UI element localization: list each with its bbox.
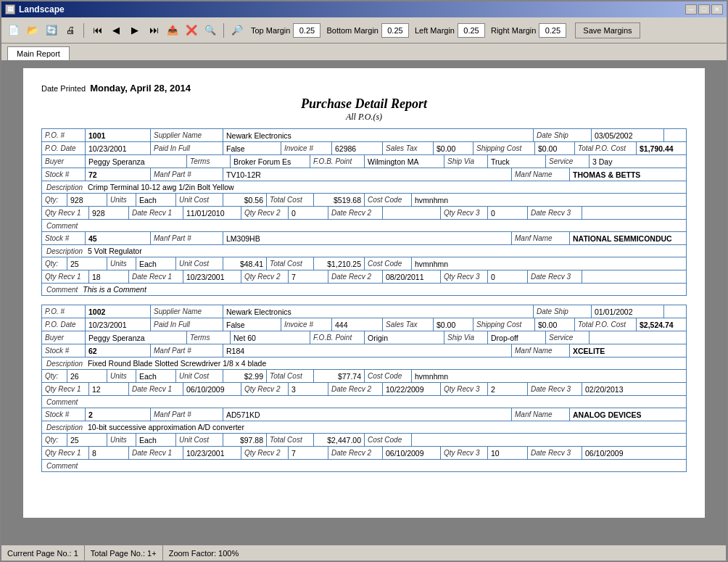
invoice-val-1: 62986 — [332, 142, 383, 154]
service-val-1: 3 Day — [590, 155, 686, 168]
po-row-header-2: P.O. # 1002 Supplier Name Newark Electro… — [42, 305, 686, 318]
export-button[interactable]: 📤 — [165, 22, 181, 38]
separator-2 — [223, 23, 224, 38]
print-button[interactable]: 🖨 — [62, 22, 78, 38]
report-title: Purchase Detail Report — [41, 96, 687, 112]
manfpart-val-1-1: TV10-12R — [223, 168, 512, 181]
po-row-3-2: Buyer Peggy Speranza Terms Net 60 F.O.B.… — [42, 331, 686, 344]
prev-button[interactable]: ◀ — [108, 22, 124, 38]
report-area[interactable]: Date Printed Monday, April 28, 2014 Purc… — [1, 61, 727, 545]
service-label-1: Service — [546, 155, 590, 168]
comment-row-1-2: Comment This is a Comment — [42, 284, 686, 295]
top-margin-label: Top Margin — [251, 26, 290, 35]
podate-val-1: 10/23/2001 — [86, 142, 151, 154]
shipcost-label-1: Shipping Cost — [473, 142, 535, 154]
bottom-margin-input[interactable] — [381, 23, 409, 38]
separator-1 — [83, 23, 84, 38]
salestax-val-1: $0.00 — [434, 142, 473, 154]
report-page: Date Printed Monday, April 28, 2014 Purc… — [23, 68, 705, 518]
invoice-label-1: Invoice # — [281, 142, 332, 154]
cancel-button[interactable]: ❌ — [183, 22, 199, 38]
left-margin-group: Left Margin — [415, 23, 485, 38]
qty-row-2-1: Qty: 26 Units Each Unit Cost $2.99 Total… — [42, 370, 686, 383]
bottom-margin-group: Bottom Margin — [326, 23, 409, 38]
desc-val-1-1: Crimp Terminal 10-12 awg 1/2in Bolt Yell… — [88, 183, 234, 191]
new-button[interactable]: 📄 — [6, 22, 22, 38]
title-bar: 🖼 Landscape ─ □ ✕ — [1, 1, 727, 17]
recv-row-2-1: Qty Recv 1 12 Date Recv 1 06/10/2009 Qty… — [42, 383, 686, 396]
po-block-1: P.O. # 1001 Supplier Name Newark Electro… — [41, 128, 687, 296]
report-header: Purchase Detail Report All P.O.(s) — [41, 96, 687, 123]
top-margin-input[interactable] — [293, 23, 320, 38]
shipvia-label-1: Ship Via — [444, 155, 488, 168]
po-label-1: P.O. # — [42, 129, 86, 141]
refresh-button[interactable]: 🔄 — [44, 22, 59, 38]
window-title: Landscape — [19, 4, 65, 15]
zoom-button[interactable]: 🔎 — [229, 22, 245, 38]
last-button[interactable]: ⏭ — [146, 22, 162, 38]
buyer-label-1: Buyer — [42, 155, 86, 168]
manfname-label-1-1: Manf Name — [512, 168, 570, 181]
supplier-name-1: Newark Electronics — [223, 129, 534, 141]
paidinfull-label-1: Paid In Full — [151, 142, 223, 154]
zoom-status: Zoom Factor: 100% — [163, 545, 727, 561]
po-row-2: P.O. Date 10/23/2001 Paid In Full False … — [42, 142, 686, 155]
title-bar-left: 🖼 Landscape — [5, 4, 65, 15]
comment-row-1-1: Comment — [42, 220, 686, 232]
maximize-button[interactable]: □ — [698, 4, 710, 15]
open-button[interactable]: 📂 — [25, 22, 41, 38]
shipcost-val-1: $0.00 — [535, 142, 575, 154]
manfname-val-1-1: THOMAS & BETTS — [570, 168, 686, 181]
fob-label-1: F.O.B. Point — [310, 155, 365, 168]
report-subtitle: All P.O.(s) — [41, 112, 687, 123]
qty-row-1-1: Qty: 928 Units Each Unit Cost $0.56 Tota… — [42, 194, 686, 207]
search-button[interactable]: 🔍 — [202, 22, 218, 38]
paidinfull-val-1: False — [223, 142, 281, 154]
left-margin-label: Left Margin — [415, 26, 455, 35]
toolbar: 📄 📂 🔄 🖨 ⏮ ◀ ▶ ⏭ 📤 ❌ 🔍 🔎 Top Margin Botto… — [1, 17, 727, 44]
qty-row-2-2: Qty: 25 Units Each Unit Cost $97.88 Tota… — [42, 434, 686, 447]
comment-row-2-1: Comment — [42, 396, 686, 408]
totalcost-val-1: $1,790.44 — [637, 142, 686, 154]
desc-row-1-2: Description 5 Volt Regulator — [42, 245, 686, 257]
recv-row-2-2: Qty Recv 1 8 Date Recv 1 10/23/2001 Qty … — [42, 447, 686, 460]
close-button[interactable]: ✕ — [711, 4, 723, 15]
shipvia-val-1: Truck — [488, 155, 546, 168]
bottom-margin-label: Bottom Margin — [326, 26, 379, 35]
recv-row-1-2: Qty Recv 1 18 Date Recv 1 10/23/2001 Qty… — [42, 270, 686, 284]
current-page-status: Current Page No.: 1 — [1, 545, 85, 561]
po-num-1: 1001 — [86, 129, 151, 141]
left-margin-input[interactable] — [458, 23, 485, 38]
dateship-label-1: Date Ship — [534, 129, 592, 141]
desc-row-2-1: Description Fixed Round Blade Slotted Sc… — [42, 358, 686, 370]
minimize-button[interactable]: ─ — [685, 4, 697, 15]
terms-val-1: Broker Forum Es — [231, 155, 310, 168]
stock-label: Stock # — [42, 168, 86, 181]
po-row-2-2: P.O. Date 10/23/2001 Paid In Full False … — [42, 318, 686, 331]
top-margin-group: Top Margin — [251, 23, 320, 38]
date-printed-label: Date Printed — [41, 84, 86, 93]
podate-label-1: P.O. Date — [42, 142, 86, 154]
tab-main-report[interactable]: Main Report — [7, 46, 70, 60]
title-buttons: ─ □ ✕ — [685, 4, 723, 15]
right-margin-label: Right Margin — [491, 26, 536, 35]
terms-label-1: Terms — [187, 155, 231, 168]
desc-row-1-1: Description Crimp Terminal 10-12 awg 1/2… — [42, 181, 686, 194]
stock-row-2-2: Stock # 2 Manf Part # AD571KD Manf Name … — [42, 408, 686, 421]
right-margin-input[interactable] — [539, 23, 566, 38]
save-margins-button[interactable]: Save Margins — [575, 22, 640, 38]
totalcost-label-1: Total P.O. Cost — [575, 142, 637, 154]
right-margin-group: Right Margin — [491, 23, 566, 38]
po-row-3: Buyer Peggy Speranza Terms Broker Forum … — [42, 155, 686, 168]
report-scroll[interactable]: Date Printed Monday, April 28, 2014 Purc… — [1, 61, 727, 545]
stock-row-2-1: Stock # 62 Manf Part # R184 Manf Name XC… — [42, 344, 686, 358]
window-icon: 🖼 — [5, 4, 15, 15]
first-button[interactable]: ⏮ — [89, 22, 105, 38]
main-window: 🖼 Landscape ─ □ ✕ 📄 📂 🔄 🖨 ⏮ ◀ ▶ ⏭ 📤 ❌ 🔍 … — [0, 0, 728, 562]
stock-row-1-2: Stock # 45 Manf Part # LM309HB Manf Name… — [42, 232, 686, 245]
next-button[interactable]: ▶ — [127, 22, 143, 38]
manfpart-label-1-1: Manf Part # — [151, 168, 223, 181]
stock-row-1-1: Stock # 72 Manf Part # TV10-12R Manf Nam… — [42, 168, 686, 181]
recv-row-1-1: Qty Recv 1 928 Date Recv 1 11/01/2010 Qt… — [42, 207, 686, 220]
total-page-status: Total Page No.: 1+ — [85, 545, 163, 561]
